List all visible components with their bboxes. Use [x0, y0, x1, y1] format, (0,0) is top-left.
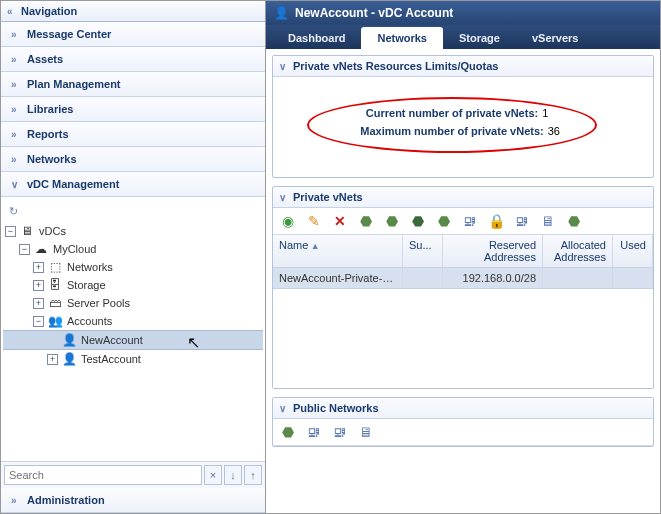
nav-plan-management[interactable]: »Plan Management	[1, 72, 265, 97]
nav-label: Message Center	[27, 28, 111, 40]
delete-icon[interactable]: ✕	[331, 212, 349, 230]
tab-vservers[interactable]: vServers	[516, 27, 595, 49]
tree-server-pools[interactable]: + 🗃 Server Pools	[3, 294, 263, 312]
quotas-body: Current number of private vNets: 1 Maxim…	[273, 77, 653, 177]
clear-search-button[interactable]: ×	[204, 465, 222, 485]
server-icon-2[interactable]: 🖳	[513, 212, 531, 230]
expand-toggle[interactable]: +	[33, 280, 44, 291]
cell-name: NewAccount-Private-v...	[273, 268, 403, 288]
account-icon: 👤	[61, 333, 77, 347]
chevron-icon: »	[11, 54, 21, 65]
chevron-icon: »	[11, 29, 21, 40]
quotas-panel-head[interactable]: ∨ Private vNets Resources Limits/Quotas	[273, 56, 653, 77]
private-vnets-panel: ∨ Private vNets ◉ ✎ ✕ ⬣ ⬣ ⬣ ⬣ 🖳 🔒 🖳 🖥 ⬣	[272, 186, 654, 389]
cell-reserved: 192.168.0.0/28	[443, 268, 543, 288]
search-down-button[interactable]: ↓	[224, 465, 242, 485]
tree-newaccount[interactable]: 👤 NewAccount ↖	[3, 330, 263, 350]
tree-accounts[interactable]: − 👥 Accounts	[3, 312, 263, 330]
private-vnets-head[interactable]: ∨ Private vNets	[273, 187, 653, 208]
search-input[interactable]	[4, 465, 202, 485]
quotas-panel: ∨ Private vNets Resources Limits/Quotas …	[272, 55, 654, 178]
col-allocated[interactable]: Allocated Addresses	[543, 235, 613, 267]
expand-toggle[interactable]: +	[33, 298, 44, 309]
nav-vdc-management[interactable]: ∨vDC Management	[1, 172, 265, 197]
cell-su	[403, 268, 443, 288]
nav-label: Plan Management	[27, 78, 121, 90]
collapse-icon[interactable]: «	[7, 6, 17, 17]
public-toolbar: ⬣ 🖳 🖳 🖥	[273, 419, 653, 446]
public-networks-head[interactable]: ∨ Public Networks	[273, 398, 653, 419]
server-icon[interactable]: 🖳	[305, 423, 323, 441]
server-group-icon[interactable]: 🖥	[357, 423, 375, 441]
panel-title: Private vNets Resources Limits/Quotas	[293, 60, 498, 72]
chevron-down-icon: ∨	[11, 179, 21, 190]
title-bar: 👤 NewAccount - vDC Account	[266, 1, 660, 25]
nav-label: Assets	[27, 53, 63, 65]
edit-icon[interactable]: ✎	[305, 212, 323, 230]
net-icon-5[interactable]: ⬣	[565, 212, 583, 230]
nav-libraries[interactable]: »Libraries	[1, 97, 265, 122]
col-name[interactable]: Name	[273, 235, 403, 267]
nav-label: Administration	[27, 494, 105, 506]
network-icon: ⬚	[47, 260, 63, 274]
tabs: Dashboard Networks Storage vServers	[266, 25, 660, 49]
nav-administration[interactable]: »Administration	[1, 488, 265, 513]
quota-label: Current number of private vNets:	[366, 107, 538, 119]
search-up-button[interactable]: ↑	[244, 465, 262, 485]
expand-toggle[interactable]: −	[33, 316, 44, 327]
tree-toolbar: ↻	[3, 201, 263, 222]
nav-message-center[interactable]: »Message Center	[1, 22, 265, 47]
tab-networks[interactable]: Networks	[361, 27, 443, 49]
nav-assets[interactable]: »Assets	[1, 47, 265, 72]
net-icon-4[interactable]: ⬣	[435, 212, 453, 230]
server-icon[interactable]: 🖳	[461, 212, 479, 230]
tree-networks[interactable]: + ⬚ Networks	[3, 258, 263, 276]
tree-storage[interactable]: + 🗄 Storage	[3, 276, 263, 294]
server-group-icon[interactable]: 🖥	[539, 212, 557, 230]
quota-label: Maximum number of private vNets:	[360, 125, 543, 137]
expand-toggle[interactable]: −	[5, 226, 16, 237]
net-icon[interactable]: ⬣	[279, 423, 297, 441]
quota-value: 1	[542, 107, 560, 119]
tree-testaccount[interactable]: + 👤 TestAccount	[3, 350, 263, 368]
search-row: × ↓ ↑	[1, 461, 265, 488]
chevron-down-icon: ∨	[279, 192, 289, 203]
nav-label: Reports	[27, 128, 69, 140]
tree-vdcs[interactable]: − 🖥 vDCs	[3, 222, 263, 240]
navigation-panel: « Navigation »Message Center »Assets »Pl…	[1, 1, 266, 513]
public-networks-panel: ∨ Public Networks ⬣ 🖳 🖳 🖥	[272, 397, 654, 447]
tree-label: Storage	[67, 279, 106, 291]
chevron-down-icon: ∨	[279, 61, 289, 72]
tab-dashboard[interactable]: Dashboard	[272, 27, 361, 49]
net-icon-3[interactable]: ⬣	[409, 212, 427, 230]
nav-networks[interactable]: »Networks	[1, 147, 265, 172]
navigation-header: « Navigation	[1, 1, 265, 22]
nav-reports[interactable]: »Reports	[1, 122, 265, 147]
add-icon[interactable]: ◉	[279, 212, 297, 230]
col-su[interactable]: Su...	[403, 235, 443, 267]
col-used[interactable]: Used	[613, 235, 653, 267]
col-reserved[interactable]: Reserved Addresses	[443, 235, 543, 267]
net-icon-2[interactable]: ⬣	[383, 212, 401, 230]
cell-alloc	[543, 268, 613, 288]
nav-label: Networks	[27, 153, 77, 165]
tree-label: NewAccount	[81, 334, 143, 346]
expand-toggle[interactable]: +	[33, 262, 44, 273]
expand-toggle[interactable]: +	[47, 354, 58, 365]
lock-icon[interactable]: 🔒	[487, 212, 505, 230]
net-icon[interactable]: ⬣	[357, 212, 375, 230]
tab-storage[interactable]: Storage	[443, 27, 516, 49]
tree-mycloud[interactable]: − ☁ MyCloud	[3, 240, 263, 258]
cloud-icon: ☁	[33, 242, 49, 256]
quota-current: Current number of private vNets: 1	[366, 107, 560, 119]
accounts-icon: 👥	[47, 314, 63, 328]
account-icon: 👤	[61, 352, 77, 366]
app-root: « Navigation »Message Center »Assets »Pl…	[0, 0, 661, 514]
table-row[interactable]: NewAccount-Private-v... 192.168.0.0/28	[273, 268, 653, 289]
expand-toggle[interactable]: −	[19, 244, 30, 255]
content-area: ∨ Private vNets Resources Limits/Quotas …	[266, 49, 660, 513]
server-icon-2[interactable]: 🖳	[331, 423, 349, 441]
tree-label: MyCloud	[53, 243, 96, 255]
tree-label: Accounts	[67, 315, 112, 327]
vnets-table-head: Name Su... Reserved Addresses Allocated …	[273, 235, 653, 268]
